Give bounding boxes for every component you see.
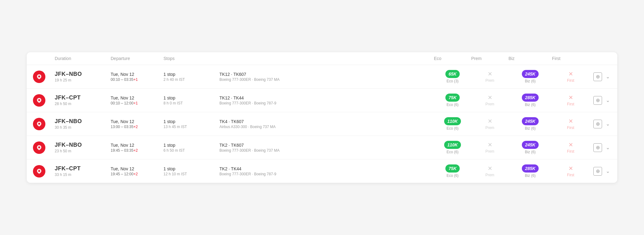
- eco-price[interactable]: 110K Eco (6): [434, 117, 471, 131]
- chevron-button[interactable]: ⌄: [605, 120, 611, 128]
- biz-price[interactable]: 285K Biz (6): [508, 94, 552, 107]
- biz-price[interactable]: 245K Biz (6): [508, 117, 552, 131]
- flight-info: TK2 · TK44 Boeing 777-300ER · Boeing 787…: [219, 166, 434, 176]
- prem-price: ✕ Prem: [471, 94, 508, 106]
- flight-duration: JFK–CPT 33 h 15 m: [55, 165, 111, 177]
- first-price: ✕ First: [552, 94, 589, 106]
- airline-logo: [33, 165, 55, 177]
- expand-button[interactable]: ⊕: [593, 72, 602, 81]
- chevron-button[interactable]: ⌄: [605, 72, 611, 81]
- flight-stops: 1 stop 2 h 40 m IST: [163, 72, 219, 82]
- chevron-button[interactable]: ⌄: [605, 96, 611, 104]
- flight-info: TK12 · TK607 Boeing 777-300ER · Boeing 7…: [219, 72, 434, 82]
- table-row: JFK–CPT 33 h 15 m Tue, Nov 12 19:45 – 12…: [27, 159, 617, 183]
- biz-price[interactable]: 245K Biz (6): [508, 141, 552, 154]
- first-price: ✕ First: [552, 141, 589, 154]
- chevron-button[interactable]: ⌄: [605, 143, 611, 152]
- prem-price: ✕ Prem: [471, 141, 508, 154]
- prem-price: ✕ Prem: [471, 165, 508, 177]
- flight-stops: 1 stop 8 h 0 m IST: [163, 95, 219, 105]
- table-row: JFK–NBO 23 h 50 m Tue, Nov 12 19:45 – 03…: [27, 136, 617, 159]
- row-actions[interactable]: ⊕ ⌄: [589, 96, 611, 105]
- airline-logo: [33, 71, 55, 83]
- svg-point-2: [38, 123, 40, 125]
- header-logo: [33, 56, 55, 61]
- chevron-button[interactable]: ⌄: [605, 167, 611, 175]
- row-actions[interactable]: ⊕ ⌄: [589, 143, 611, 152]
- expand-button[interactable]: ⊕: [593, 143, 602, 152]
- flight-info: TK12 · TK44 Boeing 777-300ER · Boeing 78…: [219, 95, 434, 105]
- header-eco: Eco: [434, 56, 471, 61]
- header-biz: Biz: [508, 56, 552, 61]
- flight-stops: 1 stop 13 h 45 m IST: [163, 119, 219, 129]
- flight-duration: JFK–NBO 30 h 35 m: [55, 118, 111, 130]
- header-prem: Prem: [471, 56, 508, 61]
- eco-price[interactable]: 75K Eco (6): [434, 94, 471, 107]
- row-actions[interactable]: ⊕ ⌄: [589, 167, 611, 176]
- row-actions[interactable]: ⊕ ⌄: [589, 72, 611, 81]
- flight-departure: Tue, Nov 12 19:45 – 12:00+2: [111, 166, 163, 176]
- first-price: ✕ First: [552, 118, 589, 130]
- flights-table: Duration Departure Stops Eco Prem Biz Fi…: [27, 52, 617, 183]
- table-row: JFK–CPT 28 h 50 m Tue, Nov 12 00:10 – 12…: [27, 89, 617, 112]
- prem-price: ✕ Prem: [471, 118, 508, 130]
- flight-info: TK4 · TK607 Airbus A330-300 · Boeing 737…: [219, 119, 434, 129]
- flight-duration: JFK–NBO 23 h 50 m: [55, 142, 111, 153]
- eco-price[interactable]: 65K Eco (3): [434, 70, 471, 83]
- header-first: First: [552, 56, 589, 61]
- flight-duration: JFK–NBO 19 h 25 m: [55, 71, 111, 82]
- first-price: ✕ First: [552, 165, 589, 177]
- biz-price[interactable]: 245K Biz (6): [508, 70, 552, 83]
- flight-stops: 1 stop 12 h 10 m IST: [163, 166, 219, 176]
- svg-point-3: [38, 146, 40, 148]
- eco-price[interactable]: 75K Eco (6): [434, 164, 471, 178]
- flight-duration: JFK–CPT 28 h 50 m: [55, 94, 111, 106]
- biz-price[interactable]: 285K Biz (6): [508, 164, 552, 178]
- svg-point-4: [38, 170, 40, 172]
- header-departure: Departure: [111, 56, 163, 61]
- header-stops: Stops: [163, 56, 219, 61]
- header-duration: Duration: [55, 56, 111, 61]
- svg-point-1: [38, 99, 40, 101]
- airline-logo: [33, 94, 55, 107]
- airline-logo: [33, 141, 55, 154]
- expand-button[interactable]: ⊕: [593, 167, 602, 176]
- flight-info: TK2 · TK607 Boeing 777-300ER · Boeing 73…: [219, 143, 434, 153]
- table-header: Duration Departure Stops Eco Prem Biz Fi…: [27, 52, 617, 65]
- prem-price: ✕ Prem: [471, 71, 508, 83]
- flight-departure: Tue, Nov 12 19:45 – 03:35+2: [111, 143, 163, 153]
- header-flights: [219, 56, 434, 61]
- header-actions: [589, 56, 611, 61]
- flight-departure: Tue, Nov 12 13:00 – 03:35+2: [111, 119, 163, 129]
- expand-button[interactable]: ⊕: [593, 96, 602, 105]
- table-row: JFK–NBO 19 h 25 m Tue, Nov 12 00:10 – 03…: [27, 65, 617, 89]
- table-row: JFK–NBO 30 h 35 m Tue, Nov 12 13:00 – 03…: [27, 112, 617, 136]
- expand-button[interactable]: ⊕: [593, 120, 602, 128]
- flight-stops: 1 stop 6 h 50 m IST: [163, 143, 219, 153]
- first-price: ✕ First: [552, 71, 589, 83]
- svg-point-0: [38, 76, 40, 77]
- flight-departure: Tue, Nov 12 00:10 – 03:35+1: [111, 72, 163, 82]
- airline-logo: [33, 118, 55, 130]
- flight-departure: Tue, Nov 12 00:10 – 12:00+1: [111, 95, 163, 105]
- row-actions[interactable]: ⊕ ⌄: [589, 120, 611, 128]
- eco-price[interactable]: 110K Eco (6): [434, 141, 471, 154]
